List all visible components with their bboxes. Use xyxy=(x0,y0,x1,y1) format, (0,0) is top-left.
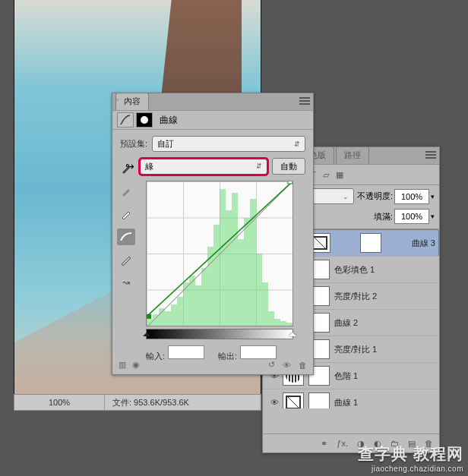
opacity-input[interactable]: 100% xyxy=(394,189,429,204)
visibility-toggle[interactable]: 👁 xyxy=(266,398,283,407)
opacity-label: 不透明度: xyxy=(357,191,393,202)
chevron-updown-icon: ⇵ xyxy=(294,140,300,148)
filter-smart-icon[interactable]: ▦ xyxy=(336,170,343,180)
layer-row[interactable]: 👁 曲線 1 xyxy=(263,389,439,408)
properties-tabrow: 內容 xyxy=(112,93,313,111)
link-layers-icon[interactable]: ⚭ xyxy=(321,439,327,449)
layer-name[interactable]: 曲線 2 xyxy=(334,317,358,329)
fx-icon[interactable]: ƒx. xyxy=(337,439,348,448)
fill-label: 填滿: xyxy=(374,211,393,222)
reset-icon[interactable]: ↺ xyxy=(268,360,275,370)
adjustment-thumb xyxy=(283,392,304,408)
output-label: 輸出: xyxy=(218,351,237,361)
curve-point-tool-icon[interactable] xyxy=(117,229,135,245)
watermark-title: 查字典 教程网 xyxy=(358,443,463,465)
adjustment-footer-left: ▥ ◉ xyxy=(119,360,140,370)
document-status-bar: 100% 文件: 953.6K/953.6K xyxy=(14,394,261,411)
eyedropper-white-icon[interactable] xyxy=(117,206,135,222)
adjustment-title: 曲線 xyxy=(160,114,178,127)
smooth-tool-icon[interactable]: ↝ xyxy=(117,274,135,291)
svg-rect-4 xyxy=(288,181,292,184)
watermark: 查字典 教程网 jiaocheng.chazidian.com xyxy=(358,443,463,473)
chevron-down-icon[interactable]: ▾ xyxy=(431,213,435,220)
svg-rect-3 xyxy=(147,314,151,319)
curves-graph[interactable] xyxy=(146,181,293,326)
input-label: 輸入: xyxy=(146,351,165,361)
white-point-handle[interactable] xyxy=(289,329,296,336)
layer-name[interactable]: 色彩填色 1 xyxy=(334,264,375,276)
svg-point-0 xyxy=(141,116,148,124)
black-point-handle[interactable] xyxy=(143,329,150,336)
mask-header-icon[interactable] xyxy=(136,112,153,128)
chevron-down-icon: ⌄ xyxy=(343,193,349,200)
output-value[interactable] xyxy=(240,345,277,359)
view-previous-icon[interactable]: ◉ xyxy=(132,360,140,370)
auto-button[interactable]: 自動 xyxy=(272,158,305,175)
preset-label: 預設集: xyxy=(120,138,152,150)
layer-name[interactable]: 曲線 3 xyxy=(412,238,435,249)
adjustment-header: 曲線 xyxy=(112,111,313,130)
svg-line-2 xyxy=(147,181,292,317)
curve-pencil-tool-icon[interactable] xyxy=(117,251,135,268)
curve-line xyxy=(147,181,292,327)
panel-menu-icon[interactable] xyxy=(425,151,436,159)
layer-name[interactable]: 亮度/對比 2 xyxy=(334,291,377,302)
watermark-url: jiaocheng.chazidian.com xyxy=(358,465,463,473)
visibility-icon[interactable]: 👁 xyxy=(283,361,291,370)
panel-collapse-icon[interactable]: « xyxy=(115,96,119,103)
layer-name[interactable]: 色階 1 xyxy=(334,370,358,382)
tab-paths[interactable]: 路徑 xyxy=(336,147,369,164)
filter-shape-icon[interactable]: ▱ xyxy=(323,170,329,180)
svg-line-1 xyxy=(147,181,292,327)
clip-to-layer-icon[interactable]: ▥ xyxy=(119,360,126,370)
eyedropper-gray-icon[interactable] xyxy=(117,183,135,200)
channel-select[interactable]: 綠 ⇵ xyxy=(140,159,267,175)
trash-icon[interactable]: 🗑 xyxy=(299,361,307,370)
tab-properties[interactable]: 內容 xyxy=(115,93,149,110)
mask-thumb[interactable] xyxy=(360,233,381,253)
chevron-updown-icon: ⇵ xyxy=(256,162,262,170)
panel-menu-icon[interactable] xyxy=(299,97,310,105)
preset-value: 自訂 xyxy=(157,138,174,150)
fill-input[interactable]: 100% xyxy=(394,209,429,224)
chevron-down-icon[interactable]: ▾ xyxy=(431,193,435,200)
zoom-level[interactable]: 100% xyxy=(14,395,105,410)
layer-name[interactable]: 亮度/對比 1 xyxy=(334,344,377,355)
input-range-slider[interactable] xyxy=(146,329,293,339)
preset-select[interactable]: 自訂 ⇵ xyxy=(152,136,305,152)
properties-panel: « 內容 曲線 預設集: 自訂 ⇵ ↬ 綠 ⇵ 自動 xyxy=(112,93,314,375)
channel-value: 綠 xyxy=(145,161,153,172)
mask-thumb[interactable] xyxy=(308,392,330,408)
layer-name[interactable]: 曲線 1 xyxy=(334,397,358,408)
eyedropper-black-icon[interactable] xyxy=(117,160,135,177)
curves-icon[interactable] xyxy=(117,112,134,128)
curve-tools: ↝ xyxy=(117,160,135,291)
file-info: 文件: 953.6K/953.6K xyxy=(105,397,189,408)
input-value[interactable] xyxy=(168,345,204,359)
adjustment-footer-right: ↺ 👁 🗑 xyxy=(268,360,307,370)
